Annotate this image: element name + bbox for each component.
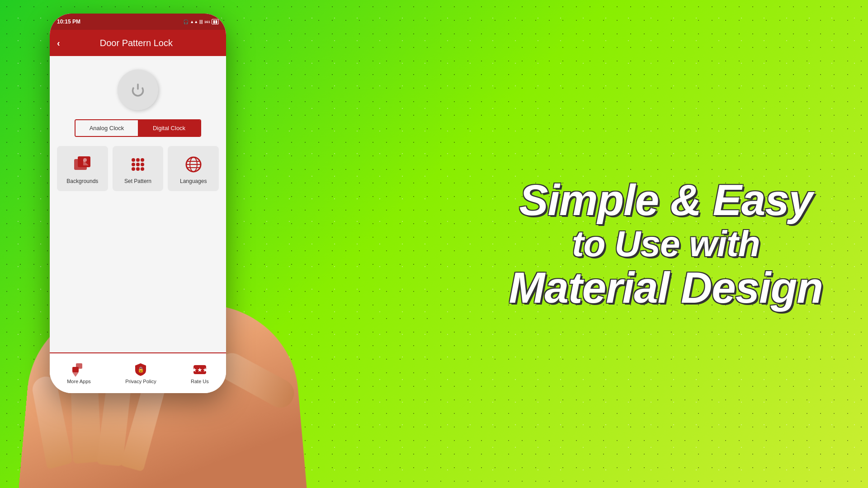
menu-item-backgrounds[interactable]: Backgrounds <box>57 146 108 191</box>
data-icon: 161 <box>204 20 210 24</box>
more-apps-icon <box>71 362 86 377</box>
status-bar: 10:15 PM 🎧 ▲▲ ||| 161 ▮▮ <box>50 14 226 30</box>
rate-us-label: Rate Us <box>191 379 209 384</box>
privacy-policy-label: Privacy Policy <box>125 379 156 384</box>
svg-text:★★★: ★★★ <box>193 366 207 373</box>
power-svg <box>130 82 146 98</box>
analog-clock-btn[interactable]: Analog Clock <box>75 120 138 136</box>
status-time: 10:15 PM <box>57 19 80 25</box>
svg-text:🔒: 🔒 <box>137 366 144 373</box>
shield-icon: 🔒 <box>133 362 148 377</box>
nav-rate-us[interactable]: ★★★ Rate Us <box>191 362 209 384</box>
phone-device: 10:15 PM 🎧 ▲▲ ||| 161 ▮▮ ‹ Door Pattern … <box>50 14 226 393</box>
svg-point-6 <box>132 158 135 162</box>
set-pattern-label: Set Pattern <box>124 178 151 184</box>
menu-item-set-pattern[interactable]: Set Pattern <box>113 146 164 191</box>
rate-icon: ★★★ <box>193 362 207 377</box>
back-button[interactable]: ‹ <box>57 38 60 48</box>
svg-point-9 <box>132 163 135 166</box>
tagline-line3: Material Design <box>509 264 823 312</box>
svg-rect-21 <box>76 363 82 369</box>
menu-item-languages[interactable]: Languages <box>168 146 219 191</box>
svg-marker-22 <box>72 372 79 377</box>
battery-icon: ▮▮ <box>212 19 219 24</box>
nav-more-apps[interactable]: More Apps <box>67 362 91 384</box>
more-apps-label: More Apps <box>67 379 91 384</box>
digital-clock-btn[interactable]: Digital Clock <box>138 120 200 136</box>
svg-point-11 <box>141 163 144 166</box>
nav-privacy-policy[interactable]: 🔒 Privacy Policy <box>125 362 156 384</box>
menu-grid: Backgrounds <box>57 146 219 191</box>
background-icon <box>72 155 92 174</box>
languages-label: Languages <box>180 178 207 184</box>
power-icon-container <box>118 70 158 110</box>
app-title: Door Pattern Lock <box>67 38 205 48</box>
tagline-line1: Simple & Easy <box>509 176 823 224</box>
status-icons: 🎧 ▲▲ ||| 161 ▮▮ <box>183 19 219 24</box>
svg-point-5 <box>83 158 87 162</box>
app-content: Analog Clock Digital Clock <box>50 56 226 352</box>
svg-point-14 <box>141 167 144 171</box>
app-header: ‹ Door Pattern Lock <box>50 30 226 56</box>
clock-toggle: Analog Clock Digital Clock <box>75 119 201 137</box>
svg-point-13 <box>136 167 140 171</box>
tagline-container: Simple & Easy to Use with Material Desig… <box>509 176 823 311</box>
tagline-line2: to Use with <box>509 224 823 264</box>
thumb <box>213 348 299 413</box>
wifi-icon: ▲▲ <box>190 19 198 24</box>
globe-icon <box>184 155 203 174</box>
backgrounds-label: Backgrounds <box>66 178 98 184</box>
pattern-icon <box>128 155 148 174</box>
headphone-icon: 🎧 <box>183 19 189 24</box>
scene-wrapper: 10:15 PM 🎧 ▲▲ ||| 161 ▮▮ ‹ Door Pattern … <box>27 0 298 488</box>
svg-point-7 <box>136 158 140 162</box>
svg-point-10 <box>136 163 140 166</box>
power-icon <box>118 70 158 110</box>
signal-icon: ||| <box>199 19 203 24</box>
bottom-nav: More Apps 🔒 Privacy Policy ★★★ <box>50 352 226 393</box>
svg-point-8 <box>141 158 144 162</box>
svg-point-12 <box>132 167 135 171</box>
